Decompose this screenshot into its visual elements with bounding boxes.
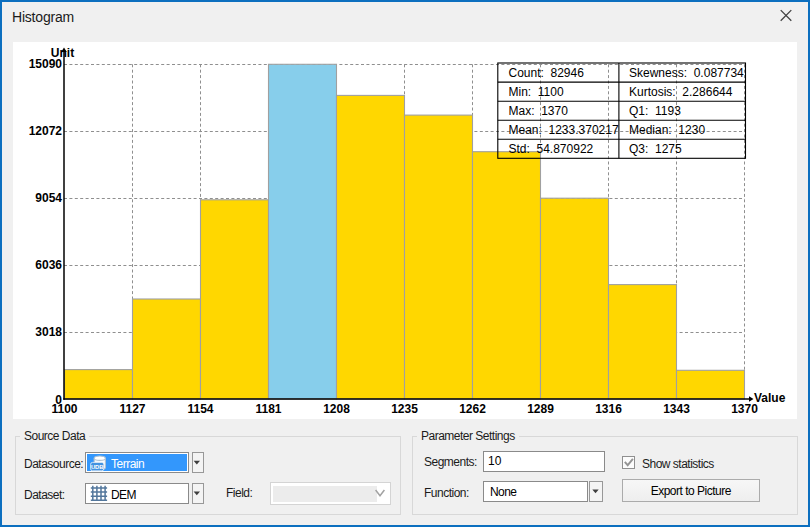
svg-text:UDB: UDB: [91, 464, 104, 470]
